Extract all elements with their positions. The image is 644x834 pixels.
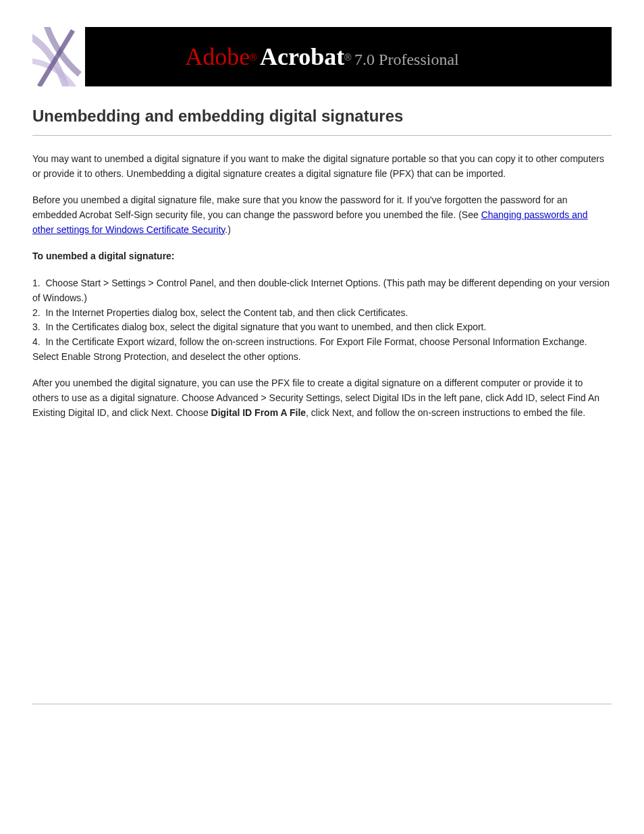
header-banner: Adobe® Acrobat® 7.0 Professional: [32, 27, 612, 86]
p5-bold: Digital ID From A File: [211, 407, 306, 418]
procedure-label: To unembed a digital signature:: [32, 249, 612, 264]
p2-suffix: .): [225, 224, 231, 235]
paragraph-intro: You may want to unembed a digital signat…: [32, 152, 612, 181]
step-4-text: In the Certificate Export wizard, follow…: [32, 336, 587, 362]
step-2-text: In the Internet Properties dialog box, s…: [45, 307, 408, 318]
header-title: Adobe® Acrobat® 7.0 Professional: [85, 43, 612, 71]
procedure-label-text: To unembed a digital signature:: [32, 251, 175, 261]
page-title: Unembedding and embedding digital signat…: [32, 107, 612, 126]
brand-prefix: Adobe: [185, 43, 250, 70]
body-text: You may want to unembed a digital signat…: [32, 152, 612, 420]
acrobat-logo-icon: [32, 27, 85, 86]
bottom-divider: [32, 704, 612, 704]
registered-mark-icon: ®: [344, 52, 351, 63]
step-3-text: In the Certificates dialog box, select t…: [45, 321, 486, 332]
version-suffix: 7.0 Professional: [354, 51, 459, 68]
step-1-text: Choose Start > Settings > Control Panel,…: [32, 278, 610, 303]
step-1: 1. Choose Start > Settings > Control Pan…: [32, 276, 612, 364]
paragraph-after-unembed: After you unembed the digital signature,…: [32, 376, 612, 420]
product-name: Acrobat: [260, 43, 344, 70]
content-area: Unembedding and embedding digital signat…: [0, 86, 644, 704]
paragraph-password-note: Before you unembed a digital signature f…: [32, 193, 612, 237]
p5-suffix: , click Next, and follow the on-screen i…: [306, 407, 585, 418]
registered-mark-icon: ®: [250, 52, 257, 63]
title-divider: [32, 135, 612, 136]
